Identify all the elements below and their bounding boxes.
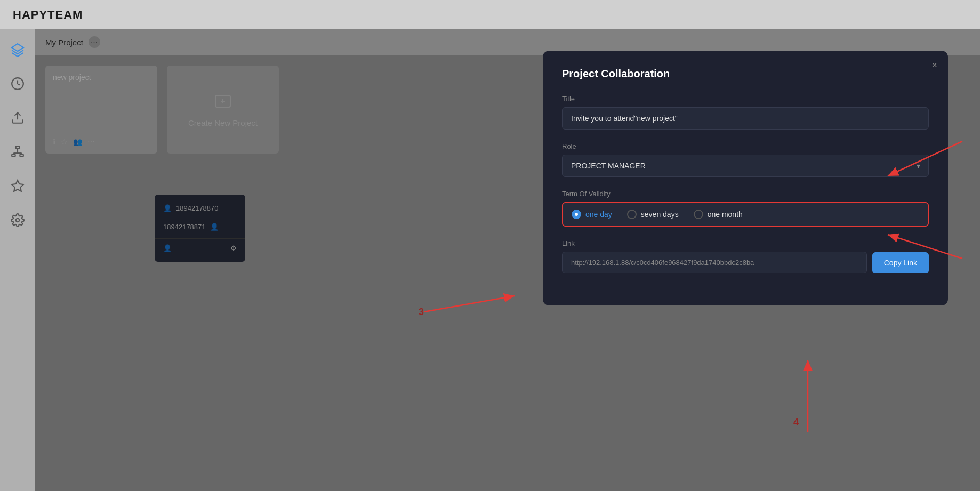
main-layout: My Project ⋯ new project ℹ ☆ 👥 ⋯ xyxy=(0,29,980,491)
radio-input-one-month[interactable] xyxy=(694,210,703,219)
radio-label-one-month: one month xyxy=(708,210,743,219)
svg-rect-5 xyxy=(20,154,23,156)
sidebar xyxy=(0,29,35,491)
title-label: Title xyxy=(562,95,929,103)
link-input[interactable] xyxy=(562,252,867,273)
radio-label-one-day: one day xyxy=(585,210,612,219)
radio-input-one-day[interactable] xyxy=(572,210,581,219)
modal-overlay: × Project Collaboration Title Role PROJE… xyxy=(35,29,980,491)
svg-rect-3 xyxy=(15,146,19,148)
svg-marker-10 xyxy=(12,180,23,191)
link-form-group: Link Copy Link xyxy=(562,239,929,273)
link-row: Copy Link xyxy=(562,252,929,273)
radio-one-day[interactable]: one day xyxy=(572,210,612,219)
svg-marker-0 xyxy=(12,44,23,51)
sidebar-item-hierarchy[interactable] xyxy=(8,142,27,162)
sidebar-item-favorites[interactable] xyxy=(8,176,27,196)
svg-point-11 xyxy=(15,219,19,222)
role-label: Role xyxy=(562,142,929,150)
sidebar-item-settings[interactable] xyxy=(8,211,27,230)
project-collaboration-modal: × Project Collaboration Title Role PROJE… xyxy=(543,51,948,305)
modal-title: Project Collaboration xyxy=(562,68,929,80)
role-select[interactable]: PROJECT MANAGER EDITOR VIEWER xyxy=(562,155,929,177)
role-form-group: Role PROJECT MANAGER EDITOR VIEWER ▾ xyxy=(562,142,929,177)
validity-radio-group: one day seven days one month xyxy=(562,202,929,227)
validity-form-group: Term Of Validity one day seven days o xyxy=(562,190,929,227)
sidebar-item-recent[interactable] xyxy=(8,74,27,93)
title-input[interactable] xyxy=(562,107,929,130)
svg-rect-4 xyxy=(12,154,15,156)
sidebar-item-layers[interactable] xyxy=(8,40,27,59)
app-title: HAPYTEAM xyxy=(13,8,83,22)
validity-label: Term Of Validity xyxy=(562,190,929,198)
role-select-wrapper: PROJECT MANAGER EDITOR VIEWER ▾ xyxy=(562,155,929,177)
radio-seven-days[interactable]: seven days xyxy=(627,210,679,219)
radio-label-seven-days: seven days xyxy=(641,210,679,219)
copy-link-button[interactable]: Copy Link xyxy=(872,252,929,273)
title-form-group: Title xyxy=(562,95,929,130)
radio-one-month[interactable]: one month xyxy=(694,210,743,219)
link-label: Link xyxy=(562,239,929,247)
top-bar: HAPYTEAM xyxy=(0,0,980,29)
content-area: My Project ⋯ new project ℹ ☆ 👥 ⋯ xyxy=(35,29,980,491)
sidebar-item-export[interactable] xyxy=(8,108,27,127)
radio-input-seven-days[interactable] xyxy=(627,210,637,219)
modal-close-button[interactable]: × xyxy=(931,60,937,70)
